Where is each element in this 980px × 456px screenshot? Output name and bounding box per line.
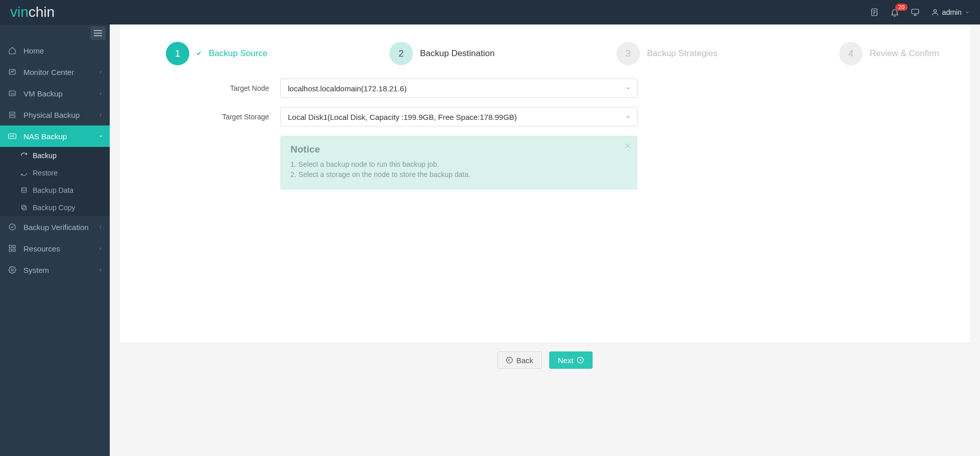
- display-icon[interactable]: [911, 8, 920, 17]
- step-backup-source[interactable]: 1 ✔ Backup Source: [166, 42, 267, 65]
- next-button-label: Next: [558, 356, 574, 365]
- svg-rect-17: [21, 205, 25, 209]
- notice-line-2: 2. Select a storage on the node to store…: [290, 170, 627, 179]
- database-icon: [20, 187, 28, 194]
- nav-backup-verification[interactable]: Backup Verification ‹: [0, 216, 110, 238]
- nav-nas-label: NAS Backup: [23, 132, 67, 141]
- arrow-left-icon: [506, 357, 513, 364]
- step-backup-destination[interactable]: 2 Backup Destination: [389, 42, 495, 65]
- nav-nas-backup-sub-copy[interactable]: Backup Copy: [0, 199, 110, 216]
- step-review-confirm[interactable]: 4 Review & Confirm: [839, 42, 939, 65]
- svg-text:NAS: NAS: [10, 135, 15, 138]
- nav-nas-backup[interactable]: NAS NAS Backup ‹: [0, 125, 110, 147]
- undo-icon: [20, 169, 28, 176]
- step-3-number: 3: [617, 42, 640, 65]
- nav-vm-backup[interactable]: VM VM Backup ‹: [0, 83, 110, 104]
- svg-point-23: [11, 269, 13, 271]
- vm-icon: VM: [8, 89, 16, 97]
- chevron-down-icon: [965, 10, 970, 15]
- bell-icon[interactable]: 20: [890, 8, 899, 17]
- back-button-label: Back: [516, 356, 533, 365]
- chevron-left-icon: ‹: [100, 111, 102, 118]
- notice-box: × Notice 1. Select a backup node to run …: [280, 136, 638, 190]
- nav-system[interactable]: System ‹: [0, 259, 110, 281]
- svg-rect-16: [23, 207, 27, 210]
- chevron-left-icon: ‹: [100, 266, 102, 273]
- nav-system-label: System: [23, 266, 49, 274]
- content-panel: 1 ✔ Backup Source 2 Backup Destination 3…: [120, 24, 970, 343]
- chevron-left-icon: ‹: [100, 223, 102, 231]
- log-icon[interactable]: [870, 8, 879, 17]
- cycle-icon: [20, 152, 28, 159]
- user-icon: [931, 8, 939, 16]
- nav-nas-backup-sub-data[interactable]: Backup Data: [0, 182, 110, 199]
- next-button[interactable]: Next: [549, 351, 593, 369]
- nav-monitor-label: Monitor Center: [23, 68, 74, 77]
- nav-physical-backup[interactable]: Physical Backup ‹: [0, 104, 110, 125]
- notice-title: Notice: [290, 144, 627, 155]
- logo-part1: vin: [10, 4, 29, 20]
- wizard-steps: 1 ✔ Backup Source 2 Backup Destination 3…: [140, 40, 949, 79]
- verify-icon: [8, 223, 16, 231]
- nav-resources-label: Resources: [23, 244, 60, 253]
- arrow-right-icon: [577, 357, 584, 364]
- sub-data-label: Backup Data: [33, 186, 74, 194]
- sub-backup-label: Backup: [33, 151, 57, 160]
- check-icon: ✔: [197, 50, 202, 57]
- sidebar-toggle[interactable]: [90, 27, 106, 40]
- sub-copy-label: Backup Copy: [33, 204, 75, 212]
- target-storage-select[interactable]: Local Disk1(Local Disk, Capacity :199.9G…: [280, 107, 638, 126]
- svg-rect-4: [912, 9, 919, 14]
- svg-rect-12: [10, 115, 15, 117]
- nav-verify-label: Backup Verification: [23, 223, 89, 232]
- copy-icon: [20, 204, 28, 211]
- user-menu[interactable]: admin: [931, 8, 970, 16]
- grid-icon: [8, 244, 16, 252]
- svg-point-25: [577, 357, 583, 363]
- step-3-label: Backup Strategies: [647, 48, 718, 59]
- svg-point-15: [21, 187, 26, 189]
- nav-home-label: Home: [23, 46, 44, 55]
- nav-monitor[interactable]: Monitor Center ‹: [0, 61, 110, 83]
- step-1-number: 1: [166, 42, 189, 65]
- nav-nas-backup-sub-backup[interactable]: Backup: [0, 147, 110, 164]
- step-2-number: 2: [389, 42, 413, 65]
- back-button[interactable]: Back: [497, 351, 542, 369]
- step-4-number: 4: [839, 42, 863, 65]
- nav-resources[interactable]: Resources ‹: [0, 238, 110, 259]
- target-node-label: Target Node: [140, 84, 280, 92]
- user-name: admin: [942, 8, 962, 16]
- step-4-label: Review & Confirm: [870, 48, 939, 59]
- chevron-left-icon: ‹: [100, 245, 102, 252]
- nav-nas-backup-sub-restore[interactable]: Restore: [0, 164, 110, 182]
- step-backup-strategies[interactable]: 3 Backup Strategies: [617, 42, 718, 65]
- svg-point-7: [934, 10, 936, 12]
- svg-rect-22: [13, 249, 15, 251]
- svg-text:VM: VM: [10, 92, 14, 95]
- chevron-left-icon: ‹: [100, 68, 102, 75]
- svg-rect-20: [13, 245, 15, 248]
- logo[interactable]: vinchin: [10, 4, 55, 20]
- svg-point-18: [9, 224, 15, 230]
- target-storage-label: Target Storage: [140, 113, 280, 121]
- svg-rect-19: [9, 245, 12, 248]
- logo-part2: chin: [29, 4, 55, 20]
- step-2-label: Backup Destination: [420, 48, 495, 59]
- notification-badge: 20: [895, 4, 908, 11]
- svg-rect-21: [9, 249, 12, 251]
- sub-restore-label: Restore: [33, 169, 58, 177]
- nas-icon: NAS: [8, 133, 16, 140]
- notice-line-1: 1. Select a backup node to run this back…: [290, 160, 627, 168]
- gear-icon: [8, 266, 16, 274]
- close-icon[interactable]: ×: [625, 141, 630, 151]
- nav-vm-label: VM Backup: [23, 89, 63, 98]
- footer-actions: Back Next: [120, 343, 970, 377]
- nav-physical-label: Physical Backup: [23, 111, 80, 119]
- step-1-label: Backup Source: [209, 48, 267, 59]
- nav-home[interactable]: Home: [0, 40, 110, 61]
- monitor-icon: [8, 68, 16, 76]
- home-icon: [8, 46, 16, 55]
- chevron-down-icon: ‹: [97, 135, 104, 137]
- topbar-right: 20 admin: [870, 8, 970, 17]
- target-node-select[interactable]: localhost.localdomain(172.18.21.6): [280, 79, 638, 98]
